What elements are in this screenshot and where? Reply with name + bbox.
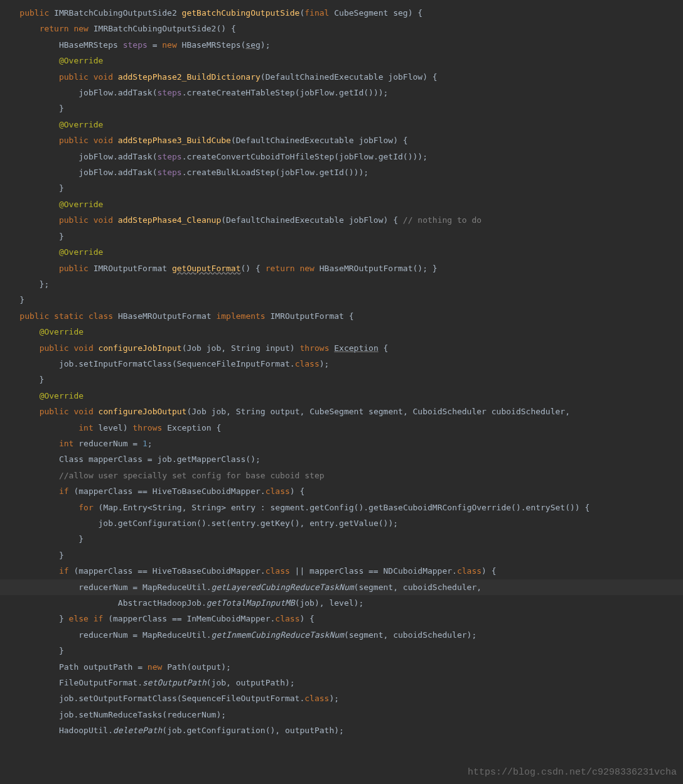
method: createCreateHTableStep bbox=[186, 88, 294, 97]
keyword: class bbox=[89, 311, 113, 321]
arg: outputPath bbox=[236, 678, 285, 687]
keyword: class bbox=[295, 359, 320, 368]
param: job bbox=[207, 343, 221, 353]
type: String bbox=[191, 503, 221, 512]
keyword: class bbox=[266, 486, 290, 496]
obj: entry bbox=[231, 518, 255, 528]
exception: Exception bbox=[334, 343, 378, 353]
method: getInmemCubingReduceTaskNum bbox=[212, 630, 344, 640]
number: 1 bbox=[143, 439, 148, 448]
method: getMapperClass bbox=[177, 454, 246, 464]
var: mapperClass bbox=[89, 454, 143, 464]
type: Path bbox=[167, 662, 186, 672]
method: setInputFormatClass bbox=[78, 359, 172, 368]
type: Entry bbox=[123, 503, 148, 512]
keyword: int bbox=[78, 423, 93, 432]
arg: segment bbox=[358, 583, 393, 592]
method: getId bbox=[339, 88, 363, 97]
keyword: class bbox=[457, 566, 481, 576]
type: IMRBatchCubingOutputSide2 bbox=[94, 24, 217, 33]
type: Map bbox=[103, 503, 117, 512]
method: addTask bbox=[118, 152, 153, 161]
keyword: new bbox=[299, 264, 314, 273]
type: SequenceFileOutputFormat bbox=[182, 694, 300, 703]
keyword: public bbox=[40, 407, 69, 416]
highlighted-line: reducerNum = MapReduceUtil.getLayeredCub… bbox=[0, 579, 683, 595]
method-name: addStepPhase4_Cleanup bbox=[118, 215, 221, 225]
keyword: throws bbox=[132, 423, 162, 432]
arg: reducerNum bbox=[167, 710, 216, 719]
obj: job bbox=[59, 694, 73, 703]
type: HiveToBaseCuboidMapper bbox=[153, 566, 261, 576]
field: steps bbox=[123, 40, 148, 50]
method: deletePath bbox=[113, 726, 162, 735]
keyword: new bbox=[148, 662, 162, 672]
annotation: @Override bbox=[59, 200, 103, 209]
method: createConvertCuboidToHfileStep bbox=[186, 152, 334, 161]
var: reducerNum bbox=[78, 439, 127, 448]
code-editor[interactable]: public IMRBatchCubingOutputSide2 getBatc… bbox=[0, 0, 683, 739]
annotation: @Override bbox=[40, 391, 83, 400]
keyword: if bbox=[94, 614, 104, 623]
arg: cuboidScheduler bbox=[393, 630, 466, 640]
keyword: new bbox=[73, 24, 88, 33]
method-name: configureJobOutput bbox=[99, 407, 187, 416]
var: mapperClass bbox=[78, 566, 132, 576]
type: DefaultChainedExecutable bbox=[226, 215, 344, 225]
var: mapperClass bbox=[309, 566, 363, 576]
type: String bbox=[236, 407, 266, 416]
keyword: else bbox=[69, 614, 89, 623]
var: reducerNum bbox=[78, 583, 127, 592]
method: getConfig bbox=[309, 503, 353, 512]
type: FileOutputFormat bbox=[59, 678, 137, 687]
param: level bbox=[99, 423, 123, 432]
class-name: HBaseMROutputFormat bbox=[118, 311, 212, 321]
obj: job bbox=[59, 710, 73, 719]
param: seg bbox=[393, 8, 407, 18]
obj: job bbox=[167, 726, 181, 735]
keyword: public bbox=[19, 8, 49, 18]
interface: IMROutputFormat bbox=[271, 311, 344, 321]
type: MapReduceUtil bbox=[143, 630, 207, 640]
method: createBulkLoadStep bbox=[186, 168, 275, 177]
keyword: public bbox=[59, 215, 89, 225]
method-name: configureJobInput bbox=[99, 343, 182, 353]
type: IMRBatchCubingOutputSide2 bbox=[54, 8, 177, 18]
arg: level bbox=[329, 598, 353, 608]
type: CubeSegment bbox=[334, 8, 388, 18]
keyword: new bbox=[162, 40, 176, 50]
method-name: getOuputFormat bbox=[172, 264, 241, 273]
obj: segment bbox=[271, 503, 305, 512]
method-name: addStepPhase3_BuildCube bbox=[118, 136, 231, 145]
method: set bbox=[212, 518, 226, 528]
type: CubeSegment bbox=[309, 407, 363, 416]
method: getTotalMapInputMB bbox=[207, 598, 295, 608]
method: getBaseCuboidMRConfigOverride bbox=[368, 503, 511, 512]
type: HBaseMROutputFormat bbox=[320, 264, 413, 273]
type: HadoopUtil bbox=[59, 726, 108, 735]
type: SequenceFileInputFormat bbox=[177, 359, 290, 368]
obj: job bbox=[59, 359, 73, 368]
method: getValue bbox=[339, 518, 379, 528]
var: mapperClass bbox=[113, 614, 167, 623]
keyword: void bbox=[94, 136, 113, 145]
obj: job bbox=[157, 454, 171, 464]
method: addTask bbox=[118, 168, 153, 177]
obj: jobFlow bbox=[339, 152, 374, 161]
keyword: public bbox=[19, 311, 49, 321]
arg: seg bbox=[245, 40, 260, 50]
keyword: void bbox=[73, 343, 93, 353]
type: HBaseMRSteps bbox=[182, 40, 241, 50]
type: Path bbox=[59, 662, 78, 672]
param: job bbox=[212, 407, 226, 416]
type: HBaseMRSteps bbox=[59, 40, 118, 50]
keyword: if bbox=[59, 566, 69, 576]
method: getId bbox=[320, 168, 344, 177]
param: input bbox=[266, 343, 290, 353]
type: DefaultChainedExecutable bbox=[266, 72, 384, 82]
keyword: public bbox=[59, 136, 89, 145]
type: String bbox=[153, 503, 182, 512]
var: reducerNum bbox=[78, 630, 127, 640]
param: cuboidScheduler bbox=[492, 407, 565, 416]
obj: jobFlow bbox=[78, 168, 113, 177]
